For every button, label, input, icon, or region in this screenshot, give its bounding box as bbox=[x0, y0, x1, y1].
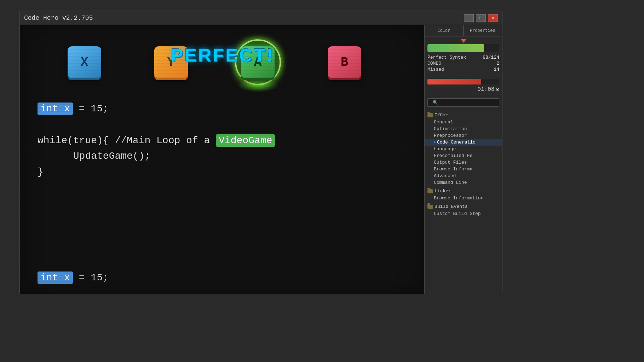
tree-item-code-generation[interactable]: ➤Code Generatio bbox=[425, 139, 502, 146]
panel-tabs: Color Properties bbox=[425, 25, 502, 36]
close-button[interactable]: ✕ bbox=[488, 14, 498, 22]
stat-label-syntax: Perfect Syntax bbox=[427, 55, 480, 60]
key-b-container: B bbox=[328, 46, 361, 78]
tree-group-linker: Linker Browse Information bbox=[425, 187, 502, 202]
timer-row: 01:08 ⊙ bbox=[427, 86, 499, 93]
stats-grid: Perfect Syntax 98/124 COMBO 2 Missed 14 bbox=[427, 54, 499, 73]
key-x[interactable]: X bbox=[68, 46, 101, 78]
perfect-label: PERFECT! bbox=[171, 45, 274, 66]
red-progress-bar bbox=[427, 79, 499, 84]
progress-section: Perfect Syntax 98/124 COMBO 2 Missed 14 bbox=[425, 36, 502, 76]
window-title: Code Hero v2.2.705 bbox=[24, 14, 464, 22]
tree-arrow-icon: ➤ bbox=[434, 140, 436, 145]
green-progress-bar bbox=[427, 44, 499, 52]
arrow-down-icon bbox=[461, 39, 466, 43]
right-panel: Color Properties Perfect Syntax 98/124 C… bbox=[424, 25, 502, 294]
stat-value-combo: 2 bbox=[483, 61, 499, 66]
tab-properties[interactable]: Properties bbox=[464, 25, 502, 36]
tree-item-preprocessor[interactable]: Preprocessor bbox=[425, 132, 502, 139]
tree-group-build-events-header[interactable]: Build Events bbox=[425, 203, 502, 210]
dropdown-arrow[interactable] bbox=[427, 39, 499, 43]
code-area-top: int x = 15; while(true){ //Main Loop of … bbox=[38, 101, 275, 180]
tree-item-general[interactable]: General bbox=[425, 119, 502, 125]
code-line-1: int x = 15; bbox=[38, 101, 275, 117]
stat-label-combo: COMBO bbox=[427, 61, 480, 66]
key-a-shadow bbox=[237, 78, 279, 92]
tree-group-linker-label: Linker bbox=[435, 188, 451, 194]
tree-group-cpp: C/C++ General Optimization Preprocessor … bbox=[425, 111, 502, 187]
timer-display: 01:08 bbox=[477, 86, 494, 93]
window-controls: ─ □ ✕ bbox=[464, 14, 498, 22]
folder-icon-cpp bbox=[427, 113, 433, 117]
minimize-button[interactable]: ─ bbox=[464, 14, 474, 22]
tree-item-language[interactable]: Language bbox=[425, 146, 502, 152]
tree-item-custom-build-step[interactable]: Custom Build Step bbox=[425, 210, 502, 217]
stat-label-missed: Missed bbox=[427, 67, 480, 72]
timer-icon: ⊙ bbox=[496, 86, 499, 93]
tree-item-command-line[interactable]: Command Line bbox=[425, 179, 502, 186]
tree-item-precompiled[interactable]: Precompiled He bbox=[425, 152, 502, 159]
tree-item-optimization[interactable]: Optimization bbox=[425, 125, 502, 132]
key-x-container: X bbox=[68, 46, 101, 78]
tree-group-build-events-label: Build Events bbox=[435, 204, 468, 209]
code-line-1-suffix: = 15; bbox=[79, 103, 109, 114]
tree-item-browse-info[interactable]: Browse Informa bbox=[425, 166, 502, 173]
code-bottom-suffix: = 15; bbox=[79, 272, 109, 283]
tab-color[interactable]: Color bbox=[425, 25, 464, 36]
green-progress-fill bbox=[427, 44, 484, 52]
tree-group-cpp-label: C/C++ bbox=[435, 112, 448, 118]
code-line-4: UpdateGame(); bbox=[38, 148, 275, 164]
tree-group-build-events: Build Events Custom Build Step bbox=[425, 202, 502, 218]
tree-item-advanced[interactable]: Advanced bbox=[425, 173, 502, 179]
folder-icon-linker bbox=[427, 189, 433, 193]
stat-value-missed: 14 bbox=[483, 67, 499, 72]
stat-value-syntax: 98/124 bbox=[483, 55, 499, 60]
code-int-x-highlight: int x bbox=[38, 103, 73, 115]
main-window: Code Hero v2.2.705 ─ □ ✕ PERFECT! X Y bbox=[19, 11, 502, 293]
tree-group-cpp-header[interactable]: C/C++ bbox=[425, 111, 502, 119]
folder-icon-build-events bbox=[427, 205, 433, 209]
tree-item-browse-information[interactable]: Browse Information bbox=[425, 195, 502, 202]
maximize-button[interactable]: □ bbox=[476, 14, 486, 22]
search-icon: 🔍 bbox=[433, 100, 438, 105]
code-line-5: } bbox=[38, 164, 275, 180]
titlebar: Code Hero v2.2.705 ─ □ ✕ bbox=[20, 11, 502, 25]
code-videogame-highlight: VideoGame bbox=[216, 134, 275, 147]
tree-group-linker-header[interactable]: Linker bbox=[425, 187, 502, 195]
search-box[interactable]: 🔍 bbox=[427, 98, 499, 107]
game-area: PERFECT! X Y A B bbox=[20, 25, 425, 294]
tree-section: C/C++ General Optimization Preprocessor … bbox=[425, 109, 502, 219]
code-int-x-bottom-highlight: int x bbox=[38, 272, 73, 284]
search-section[interactable]: 🔍 bbox=[425, 96, 502, 109]
tree-item-output-files[interactable]: Output Files bbox=[425, 159, 502, 166]
code-area-bottom: int x = 15; bbox=[38, 272, 109, 283]
code-line-3: while(true){ //Main Loop of a VideoGame bbox=[38, 133, 275, 149]
key-b[interactable]: B bbox=[328, 46, 361, 78]
red-progress-fill bbox=[427, 79, 481, 84]
timer-section: 01:08 ⊙ bbox=[425, 76, 502, 96]
